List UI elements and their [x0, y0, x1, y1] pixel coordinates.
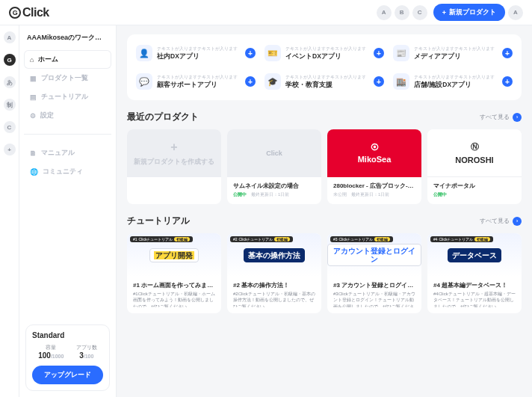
- tutorial-title: #4 超基本編データベース！: [433, 281, 516, 289]
- product-card[interactable]: Ⓝ NOROSHI マイナポータル公開中: [427, 129, 522, 204]
- education-icon: 🎓: [265, 73, 281, 90]
- tutorial-tag: #1 Clickチュートリアル 初級編: [130, 236, 193, 242]
- rail-item-1[interactable]: G: [4, 54, 16, 66]
- gear-icon: ⚙: [30, 112, 36, 120]
- product-thumb: Ⓝ NOROSHI: [427, 129, 522, 177]
- tutorial-card[interactable]: #3 Clickチュートリアル 初級編アカウント登録とログイン #3 アカウント…: [327, 233, 421, 313]
- template-card[interactable]: 👤テキストが入りますテキストが入ります社内DXアプリ+: [134, 42, 257, 64]
- template-card[interactable]: 🏬テキストが入りますテキストが入ります店舗/施設DXアプリ+: [392, 70, 514, 93]
- template-grid: 👤テキストが入りますテキストが入ります社内DXアプリ+ 🎫テキストが入りますテキ…: [127, 34, 522, 100]
- nav-settings-label: 設定: [40, 111, 54, 120]
- rail-item-add[interactable]: +: [4, 144, 16, 156]
- workspace-rail: A G あ 制 C +: [0, 25, 19, 397]
- plus-icon[interactable]: +: [374, 76, 384, 87]
- workspace-name[interactable]: AAAMikoseaのワークスペ...: [19, 25, 116, 47]
- tutorials-see-all[interactable]: すべて見る›: [480, 217, 522, 226]
- product-card[interactable]: Click サムネイル未設定の場合公開中最終更新日：1日前: [227, 129, 321, 204]
- home-icon: ⌂: [30, 56, 34, 64]
- product-thumb: Click: [227, 129, 321, 177]
- user-avatar[interactable]: A: [508, 5, 523, 20]
- rail-item-4[interactable]: C: [4, 121, 16, 133]
- plus-icon[interactable]: +: [245, 76, 256, 87]
- nav-tutorials-label: チュートリアル: [41, 92, 88, 102]
- template-sub: テキストが入りますテキストが入ります: [285, 46, 369, 52]
- nav-manual-label: マニュアル: [41, 148, 75, 158]
- plan-cap-val: 100: [38, 351, 51, 360]
- recent-see-all[interactable]: すべて見る›: [480, 113, 522, 122]
- rail-item-0[interactable]: A: [4, 31, 16, 43]
- tutorial-card[interactable]: #1 Clickチュートリアル 初級編アプリ開発 #1 ホーム画面を作ってみまし…: [127, 233, 221, 313]
- avatar-c[interactable]: C: [412, 5, 427, 20]
- plan-card: Standard 容量 100/1000 アプリ数 3/100 アップグレード: [25, 324, 110, 391]
- chevron-right-icon: ›: [513, 217, 522, 226]
- template-card[interactable]: 📰テキストが入りますテキストが入りますメディアアプリ+: [392, 42, 514, 64]
- tutorial-tag: #3 Clickチュートリアル 初級編: [330, 236, 393, 242]
- plus-icon[interactable]: +: [502, 48, 513, 58]
- rail-item-2[interactable]: あ: [4, 76, 16, 88]
- nav-home-label: ホーム: [38, 55, 58, 64]
- store-icon: 🏬: [393, 73, 409, 90]
- upgrade-button[interactable]: アップグレード: [32, 366, 103, 384]
- brand-logo[interactable]: GClick: [9, 6, 49, 19]
- bolt-icon: G: [9, 7, 21, 19]
- tutorial-card[interactable]: #4 Clickチュートリアル 初級編データベース #4 超基本編データベース！…: [427, 233, 522, 313]
- template-sub: テキストが入りますテキストが入ります: [157, 46, 241, 52]
- avatar-a[interactable]: A: [377, 5, 392, 20]
- news-icon: 📰: [393, 45, 409, 61]
- nav-tutorials[interactable]: ▤チュートリアル: [24, 87, 111, 106]
- new-product-card[interactable]: +新規プロダクトを作成する: [127, 129, 221, 204]
- product-title: マイナポータル: [433, 182, 516, 190]
- plus-icon[interactable]: +: [245, 48, 256, 58]
- tutorial-desc: #3Clickチュートリアル・初級編・アカウント登録とログイン！チュートリアル動…: [333, 291, 415, 307]
- template-card[interactable]: 💬テキストが入りますテキストが入ります顧客サポートアプリ+: [134, 70, 257, 93]
- new-product-label: 新規プロダクト: [449, 7, 496, 17]
- nav-products-label: プロダクト一覧: [41, 73, 88, 83]
- nav-settings[interactable]: ⚙設定: [24, 106, 111, 125]
- avatar-b[interactable]: B: [395, 5, 409, 20]
- template-sub: テキストが入りますテキストが入ります: [414, 74, 498, 81]
- nav-products[interactable]: ▦プロダクト一覧: [24, 69, 111, 87]
- new-product-button[interactable]: +新規プロダクト: [433, 4, 505, 21]
- tutorial-desc: #1Clickチュートリアル・初級編・ホーム画面を作ってみよう！動画を公開しまし…: [133, 291, 215, 307]
- tutorial-tag: #4 Clickチュートリアル 初級編: [430, 236, 493, 242]
- template-sub: テキストが入りますテキストが入ります: [285, 74, 369, 81]
- product-updated: 最終更新日：1日前: [251, 191, 289, 198]
- globe-icon: 🌐: [30, 168, 38, 176]
- grid-icon: ▦: [30, 75, 37, 82]
- tutorial-hero: アプリ開発: [149, 248, 199, 262]
- product-title: 280blocker - 広告ブロック-コ...: [333, 182, 415, 190]
- plus-icon[interactable]: +: [374, 48, 384, 58]
- template-title: 学校・教育支援: [285, 81, 369, 90]
- person-icon: 👤: [136, 45, 152, 61]
- nav-community[interactable]: 🌐コミュニティ: [24, 162, 111, 181]
- product-status: 公開中: [433, 191, 447, 198]
- tutorial-title: #3 アカウント登録とログイン！: [333, 281, 415, 289]
- new-product-label: 新規プロダクトを作成する: [134, 157, 214, 167]
- tutorials-heading: チュートリアル: [127, 215, 480, 227]
- template-sub: テキストが入りますテキストが入ります: [157, 74, 241, 81]
- see-all-label: すべて見る: [480, 217, 510, 225]
- template-card[interactable]: 🎫テキストが入りますテキストが入りますイベントDXアプリ+: [263, 42, 386, 64]
- doc-icon: 🗎: [30, 150, 37, 157]
- template-title: 店舗/施設DXアプリ: [414, 81, 498, 90]
- nav-manual[interactable]: 🗎マニュアル: [24, 144, 111, 162]
- main-content: 👤テキストが入りますテキストが入ります社内DXアプリ+ 🎫テキストが入りますテキ…: [117, 25, 532, 397]
- rail-item-3[interactable]: 制: [4, 99, 16, 111]
- tutorial-title: #2 基本の操作方法！: [233, 281, 315, 289]
- brand-text: Click: [22, 6, 49, 19]
- book-icon: ▤: [30, 93, 37, 101]
- template-card[interactable]: 🎓テキストが入りますテキストが入ります学校・教育支援+: [263, 70, 386, 93]
- template-title: 社内DXアプリ: [157, 52, 241, 61]
- tutorial-card[interactable]: #2 Clickチュートリアル 初級編基本の操作方法 #2 基本の操作方法！#2…: [227, 233, 321, 313]
- product-title: サムネイル未設定の場合: [233, 182, 315, 190]
- nav-home[interactable]: ⌂ホーム: [24, 50, 111, 69]
- tutorial-hero: 基本の操作方法: [244, 248, 305, 262]
- sidebar: AAAMikoseaのワークスペ... ⌂ホーム ▦プロダクト一覧 ▤チュートリ…: [19, 25, 117, 397]
- plus-icon[interactable]: +: [502, 76, 513, 87]
- product-card[interactable]: ⦿ MikoSea 280blocker - 広告ブロック-コ...未公開最終更…: [327, 129, 421, 204]
- plan-name: Standard: [32, 331, 103, 339]
- see-all-label: すべて見る: [480, 113, 510, 121]
- chat-icon: 💬: [136, 73, 152, 90]
- recent-heading: 最近のプロダクト: [127, 111, 480, 123]
- tutorial-hero: データベース: [448, 248, 501, 262]
